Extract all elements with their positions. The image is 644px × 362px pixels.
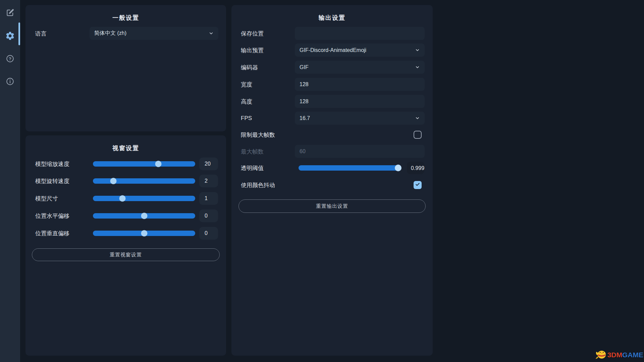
language-select[interactable]: 简体中文 (zh) <box>90 27 218 40</box>
height-input[interactable]: 128 <box>295 95 425 108</box>
width-value: 128 <box>300 81 309 87</box>
slider-thumb[interactable] <box>395 165 401 171</box>
chevron-down-icon <box>415 65 420 70</box>
slider-label: 模型旋转速度 <box>35 177 69 185</box>
slider-label: 模型尺寸 <box>35 195 58 202</box>
encoder-value: GIF <box>300 64 309 70</box>
slider-track[interactable] <box>93 231 195 236</box>
active-tab-indicator <box>18 22 20 45</box>
slider-value-input[interactable]: 2 <box>199 175 218 187</box>
fps-select[interactable]: 16.7 <box>295 112 425 125</box>
max-frames-value: 60 <box>300 148 306 155</box>
output-settings-panel: 输出设置 保存位置 输出预置 GIF-Discord-AnimatedEmoji… <box>231 5 433 356</box>
checkmark-icon <box>415 182 420 188</box>
max-frames-row: 最大帧数 60 <box>231 145 433 158</box>
use-dithering-label: 使用颜色抖动 <box>241 181 275 189</box>
slider-row-offset-x: 位置水平偏移 0 <box>25 209 226 222</box>
slider-thumb[interactable] <box>110 178 117 184</box>
general-settings-panel: 一般设置 语言 简体中文 (zh) <box>25 5 226 131</box>
width-label: 宽度 <box>241 80 252 88</box>
alpha-threshold-label: 透明阈值 <box>241 164 264 172</box>
sidebar-item-edit[interactable] <box>0 7 20 20</box>
preset-value: GIF-Discord-AnimatedEmoji <box>300 47 366 53</box>
limit-max-frames-label: 限制最大帧数 <box>241 131 275 138</box>
slider-label: 位置水平偏移 <box>35 212 69 220</box>
slider-thumb[interactable] <box>155 161 162 167</box>
watermark-3dm-text: 3DM <box>607 351 622 359</box>
slider-value-input[interactable]: 0 <box>199 227 218 240</box>
fps-value: 16.7 <box>300 115 310 121</box>
preset-row: 输出预置 GIF-Discord-AnimatedEmoji <box>231 44 433 57</box>
height-label: 高度 <box>241 98 252 105</box>
preset-label: 输出预置 <box>241 46 264 54</box>
watermark-3dmgame: 3DM GAME <box>595 349 643 361</box>
viewport-settings-panel: 视窗设置 模型缩放速度 20 模型旋转速度 2 模型尺寸 1 位置水平偏移 <box>25 135 226 356</box>
gear-icon <box>5 31 15 42</box>
language-label: 语言 <box>35 29 47 37</box>
fps-label: FPS <box>241 115 252 122</box>
question-icon: ? <box>6 54 14 64</box>
fps-row: FPS 16.7 <box>231 112 433 125</box>
max-frames-input-disabled: 60 <box>295 145 425 158</box>
slider-row-zoom-speed: 模型缩放速度 20 <box>25 158 226 170</box>
slider-track[interactable] <box>93 178 195 184</box>
slider-row-offset-y: 位置垂直偏移 0 <box>25 227 226 240</box>
slider-value-input[interactable]: 1 <box>199 192 218 205</box>
slider-label: 模型缩放速度 <box>35 160 69 168</box>
save-location-label: 保存位置 <box>241 29 264 37</box>
slider-track[interactable] <box>93 196 195 201</box>
width-row: 宽度 128 <box>231 78 433 91</box>
panel-title: 一般设置 <box>25 14 226 22</box>
slider-value-input[interactable]: 20 <box>199 158 218 170</box>
height-row: 高度 128 <box>231 95 433 108</box>
sidebar-item-settings[interactable] <box>0 30 20 43</box>
width-input[interactable]: 128 <box>295 78 425 91</box>
info-icon <box>6 77 14 87</box>
chevron-down-icon <box>415 116 420 121</box>
max-frames-label: 最大帧数 <box>241 147 264 155</box>
slider-thumb[interactable] <box>119 195 126 202</box>
encoder-label: 编码器 <box>241 63 258 71</box>
sidebar-item-help[interactable]: ? <box>0 53 20 66</box>
slider-value-input[interactable]: 0 <box>199 209 218 222</box>
slider-thumb[interactable] <box>141 213 147 219</box>
language-value: 简体中文 (zh) <box>94 30 126 37</box>
save-location-input[interactable] <box>295 27 425 40</box>
limit-max-frames-checkbox[interactable] <box>414 131 422 139</box>
slider-row-model-size: 模型尺寸 1 <box>25 192 226 205</box>
preset-select[interactable]: GIF-Discord-AnimatedEmoji <box>295 44 425 57</box>
language-row: 语言 简体中文 (zh) <box>25 27 226 40</box>
chick-mascot-icon <box>595 349 607 361</box>
slider-thumb[interactable] <box>141 230 147 237</box>
reset-output-button[interactable]: 重置输出设置 <box>238 199 426 213</box>
sidebar: ? <box>0 0 20 362</box>
chevron-down-icon <box>209 31 214 36</box>
slider-track[interactable] <box>93 213 195 219</box>
chevron-down-icon <box>415 48 420 53</box>
edit-square-icon <box>6 8 14 18</box>
use-dithering-row: 使用颜色抖动 <box>231 178 433 191</box>
slider-label: 位置垂直偏移 <box>35 230 69 237</box>
slider-track[interactable] <box>299 165 401 171</box>
encoder-row: 编码器 GIF <box>231 61 433 74</box>
use-dithering-checkbox[interactable] <box>414 181 422 189</box>
watermark-game-text: GAME <box>622 351 643 359</box>
alpha-threshold-value-input[interactable]: 0.999 <box>407 162 424 174</box>
panel-title: 视窗设置 <box>25 144 226 152</box>
app-window: ? 一般设置 语言 简体中文 (zh) <box>0 0 644 362</box>
limit-max-frames-row: 限制最大帧数 <box>231 128 433 141</box>
slider-row-rotate-speed: 模型旋转速度 2 <box>25 175 226 187</box>
sidebar-item-about[interactable] <box>0 75 20 89</box>
encoder-select[interactable]: GIF <box>295 61 425 74</box>
panel-title: 输出设置 <box>231 14 433 22</box>
height-value: 128 <box>300 99 309 105</box>
svg-text:?: ? <box>9 56 11 61</box>
alpha-threshold-row: 透明阈值 0.999 <box>231 161 433 174</box>
reset-viewport-button[interactable]: 重置视窗设置 <box>32 248 220 261</box>
slider-track[interactable] <box>93 161 195 167</box>
save-location-row: 保存位置 <box>231 27 433 40</box>
